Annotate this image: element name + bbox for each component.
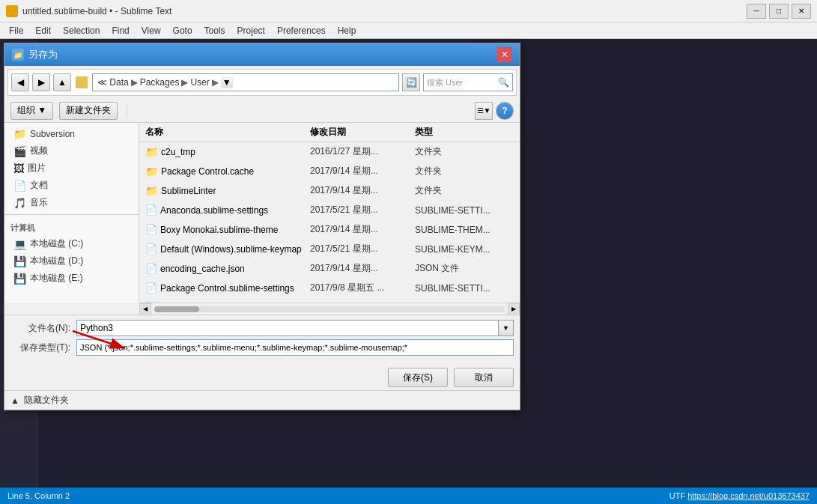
menu-bar: File Edit Selection Find View Goto Tools… bbox=[0, 22, 817, 39]
address-bar: ◀ ▶ ▲ ≪ Data ▶ Packages ▶ User ▶ ▼ 🔄 搜索 … bbox=[7, 69, 517, 96]
minimize-button[interactable]: ─ bbox=[747, 4, 766, 19]
hide-files-label: 隐藏文件夹 bbox=[24, 394, 69, 407]
folder-icon: 📁 bbox=[145, 166, 158, 177]
sidebar-item-pictures[interactable]: 🖼 图片 bbox=[4, 160, 139, 177]
filetype-select[interactable]: JSON (*.json;*.sublime-settings;*.sublim… bbox=[76, 339, 514, 356]
path-user: User bbox=[190, 77, 209, 88]
forward-button[interactable]: ▶ bbox=[32, 73, 50, 91]
path-data: ≪ Data bbox=[97, 77, 129, 88]
file-row[interactable]: 📄 Default (Windows).sublime-keymap 2017/… bbox=[139, 240, 520, 259]
file-icon: 📄 bbox=[145, 263, 157, 274]
refresh-button[interactable]: 🔄 bbox=[402, 73, 420, 91]
view-button[interactable]: ☰▼ bbox=[475, 102, 493, 120]
scroll-right-button[interactable]: ▶ bbox=[508, 303, 520, 315]
path-dropdown-button[interactable]: ▼ bbox=[221, 76, 233, 88]
file-row[interactable]: 📄 Preferences.sublime-settings 2017/9/11… bbox=[139, 298, 520, 303]
status-position: Line 5, Column 2 bbox=[7, 491, 70, 500]
docs-icon: 📄 bbox=[13, 180, 26, 192]
horizontal-scrollbar[interactable]: ◀ ▶ bbox=[139, 303, 520, 315]
dialog-form: 文件名(N): ▼ 保存类型(T): bbox=[4, 315, 520, 363]
organize-button[interactable]: 组织 ▼ bbox=[10, 102, 53, 120]
save-button[interactable]: 保存(S) bbox=[388, 368, 448, 387]
menu-project[interactable]: Project bbox=[231, 24, 271, 37]
sidebar-item-music[interactable]: 🎵 音乐 bbox=[4, 194, 139, 211]
sidebar-item-subversion[interactable]: 📁 Subversion bbox=[4, 126, 139, 142]
address-path[interactable]: ≪ Data ▶ Packages ▶ User ▶ ▼ bbox=[92, 73, 399, 91]
menu-file[interactable]: File bbox=[3, 24, 29, 37]
file-list-header: 名称 修改日期 类型 bbox=[139, 123, 520, 142]
status-bar: Line 5, Column 2 UTF https://blog.csdn.n… bbox=[0, 488, 817, 504]
scroll-track[interactable] bbox=[154, 306, 505, 312]
search-box[interactable]: 搜索 User 🔍 bbox=[423, 73, 513, 91]
sidebar-item-docs[interactable]: 📄 文档 bbox=[4, 177, 139, 194]
filename-row: 文件名(N): ▼ bbox=[10, 320, 514, 336]
picture-icon: 🖼 bbox=[13, 163, 24, 174]
sidebar-item-drive-c[interactable]: 💻 本地磁盘 (C:) bbox=[4, 235, 139, 252]
menu-tools[interactable]: Tools bbox=[198, 24, 231, 37]
file-name-cell: 📄 Boxy Monokai.sublime-theme bbox=[142, 222, 307, 237]
folder-icon: 📁 bbox=[145, 185, 158, 197]
menu-find[interactable]: Find bbox=[106, 24, 135, 37]
file-row[interactable]: 📁 SublimeLinter 2017/9/14 星期... 文件夹 bbox=[139, 181, 520, 201]
cancel-button[interactable]: 取消 bbox=[454, 368, 514, 387]
menu-view[interactable]: View bbox=[136, 24, 167, 37]
file-row[interactable]: 📄 encoding_cache.json 2017/9/14 星期... JS… bbox=[139, 259, 520, 279]
search-placeholder: 搜索 User bbox=[427, 77, 463, 88]
sidebar-label-subversion: Subversion bbox=[30, 129, 75, 139]
sidebar-label-pictures: 图片 bbox=[28, 162, 46, 174]
filename-input[interactable] bbox=[76, 320, 499, 336]
up-button[interactable]: ▲ bbox=[53, 73, 71, 91]
back-button[interactable]: ◀ bbox=[11, 73, 29, 91]
status-encoding: UTF bbox=[669, 491, 687, 500]
menu-edit[interactable]: Edit bbox=[29, 24, 57, 37]
file-row[interactable]: 📁 Package Control.cache 2017/9/14 星期... … bbox=[139, 162, 520, 181]
sidebar-label-drive-e: 本地磁盘 (E:) bbox=[30, 272, 83, 285]
video-icon: 🎬 bbox=[13, 145, 26, 157]
toolbar-right: ☰▼ ? bbox=[475, 102, 514, 120]
window-title: untitled.sublime-build • - Sublime Text bbox=[22, 6, 747, 16]
scroll-thumb[interactable] bbox=[154, 306, 199, 312]
sidebar-item-drive-d[interactable]: 💾 本地磁盘 (D:) bbox=[4, 252, 139, 270]
sidebar-item-video[interactable]: 🎬 视频 bbox=[4, 142, 139, 160]
close-button[interactable]: ✕ bbox=[792, 4, 811, 19]
drive-c-icon: 💻 bbox=[13, 238, 26, 250]
app-icon bbox=[6, 5, 18, 17]
dialog-close-button[interactable]: ✕ bbox=[497, 47, 512, 62]
save-dialog: 📁 另存为 ✕ ◀ ▶ ▲ ≪ Data ▶ Packages ▶ User ▶… bbox=[4, 43, 520, 410]
folder-icon: 📁 bbox=[13, 128, 26, 140]
menu-help[interactable]: Help bbox=[332, 24, 362, 37]
help-button[interactable]: ? bbox=[496, 102, 514, 120]
col-header-date: 修改日期 bbox=[307, 124, 412, 140]
search-icon[interactable]: 🔍 bbox=[498, 77, 509, 88]
path-packages: Packages bbox=[140, 77, 180, 88]
status-right: UTF https://blog.csdn.net/u013673437 bbox=[669, 491, 810, 500]
new-folder-button[interactable]: 新建文件夹 bbox=[59, 102, 118, 120]
file-row[interactable]: 📄 Boxy Monokai.sublime-theme 2017/9/14 星… bbox=[139, 220, 520, 240]
file-name-cell: 📄 Default (Windows).sublime-keymap bbox=[142, 242, 307, 256]
sidebar-item-drive-e[interactable]: 💾 本地磁盘 (E:) bbox=[4, 270, 139, 287]
hide-files-row[interactable]: ▲ 隐藏文件夹 bbox=[4, 390, 520, 410]
menu-preferences[interactable]: Preferences bbox=[271, 24, 332, 37]
dialog-icon: 📁 bbox=[12, 49, 24, 61]
filename-dropdown-button[interactable]: ▼ bbox=[499, 320, 514, 336]
folder-icon bbox=[76, 76, 88, 88]
status-url: https://blog.csdn.net/u013673437 bbox=[687, 491, 810, 500]
sidebar-label-drive-d: 本地磁盘 (D:) bbox=[30, 255, 83, 267]
filetype-input-container: JSON (*.json;*.sublime-settings;*.sublim… bbox=[76, 339, 514, 356]
sidebar-computer-label: 计算机 bbox=[4, 218, 139, 235]
scroll-left-button[interactable]: ◀ bbox=[139, 303, 151, 315]
file-icon: 📄 bbox=[145, 204, 157, 216]
menu-goto[interactable]: Goto bbox=[167, 24, 198, 37]
file-row[interactable]: 📄 Anaconda.sublime-settings 2017/5/21 星期… bbox=[139, 201, 520, 220]
filetype-label: 保存类型(T): bbox=[10, 341, 70, 354]
maximize-button[interactable]: □ bbox=[769, 4, 789, 19]
menu-selection[interactable]: Selection bbox=[57, 24, 106, 37]
file-row[interactable]: 📄 Package Control.sublime-settings 2017/… bbox=[139, 279, 520, 298]
title-bar: untitled.sublime-build • - Sublime Text … bbox=[0, 0, 817, 22]
drive-e-icon: 💾 bbox=[13, 273, 26, 285]
sidebar-label-video: 视频 bbox=[30, 145, 48, 157]
dialog-main-content: 📁 Subversion 🎬 视频 🖼 图片 📄 文档 🎵 音乐 bbox=[4, 123, 520, 303]
file-row[interactable]: 📁 c2u_tmp 2016/1/27 星期... 文件夹 bbox=[139, 142, 520, 162]
file-icon: 📄 bbox=[145, 224, 157, 235]
file-name-cell: 📁 c2u_tmp bbox=[142, 145, 307, 160]
